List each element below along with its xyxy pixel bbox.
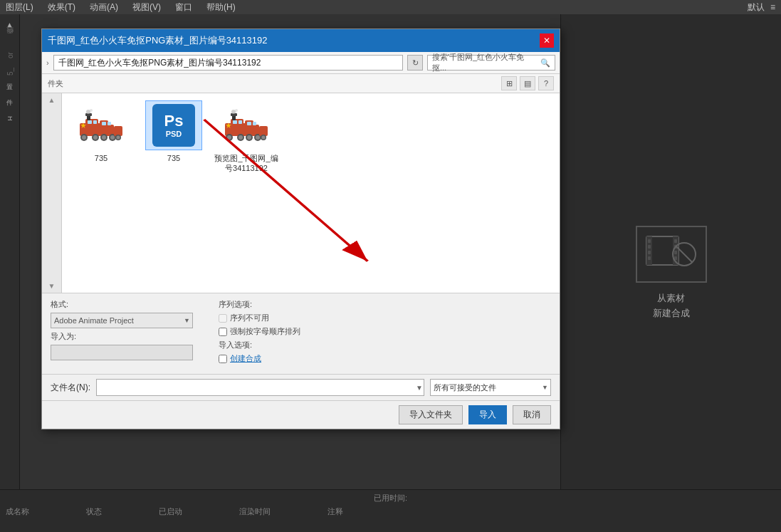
svg-rect-39: [233, 120, 237, 124]
import-as-input[interactable]: [51, 345, 193, 360]
file-label-3: 预览图_千图网_编号34113192: [214, 153, 278, 174]
left-panel-arrow-up[interactable]: ▲: [2, 17, 18, 31]
addressbar-arrow: ›: [46, 58, 49, 67]
addressbar-path-text: 千图网_红色小火车免抠PNG素材_图片编号34113192: [58, 57, 261, 69]
svg-rect-40: [239, 120, 242, 124]
dialog-filename-row: 文件名(N): ▼ 所有可接受的文件: [42, 374, 560, 400]
import-options-label: 导入选项:: [219, 340, 300, 350]
menu-view[interactable]: 视图(V): [130, 1, 164, 14]
svg-rect-57: [674, 239, 677, 243]
file-item-1[interactable]: 735: [69, 100, 133, 174]
right-panel: 从素材 新建合成: [560, 14, 781, 532]
seq-opt1-label[interactable]: 序列不可用: [219, 313, 300, 323]
sidebar-chevron-up[interactable]: ▲: [48, 96, 56, 104]
menubar: 图层(L) 效果(T) 动画(A) 视图(V) 窗口 帮助(H) 默认 ≡: [0, 0, 781, 14]
format-label: 格式:: [51, 299, 193, 310]
cancel-button[interactable]: 取消: [513, 405, 551, 424]
menu-help[interactable]: 帮助(H): [204, 1, 239, 14]
bottom-bar: 已用时间: 成名称 状态 已启动 渲染时间 注释: [0, 489, 781, 532]
svg-rect-17: [102, 122, 106, 125]
dialog-left-sidebar: ▲ ▼: [42, 93, 62, 293]
bottom-time: 已用时间:: [0, 490, 781, 505]
right-panel-description: 从素材 新建合成: [653, 291, 690, 321]
seq-opt1-text: 序列不可用: [230, 313, 269, 323]
col-render-time: 渲染时间: [239, 506, 271, 517]
toolbar-view-btn2[interactable]: ▤: [520, 76, 535, 90]
format-select[interactable]: Adobe Animate Project: [51, 313, 193, 328]
seq-opt1-checkbox[interactable]: [219, 314, 227, 323]
dialog-overlay: 千图网_红色小火车免抠PNG素材_图片编号34113192 ✕ › 千图网_红色…: [20, 14, 560, 489]
filename-input[interactable]: [96, 379, 424, 396]
auth-label: 默认: [748, 1, 765, 14]
form-row-1: 格式: Adobe Animate Project 导入为: 序列选项: [51, 299, 551, 364]
seq-opt2-checkbox[interactable]: [219, 328, 227, 336]
left-panel-label1: 组合: [2, 33, 18, 47]
file-label-1: 735: [95, 153, 108, 163]
toolbar-right: ⊞ ▤ ?: [501, 76, 554, 90]
left-panel-item3[interactable]: H: [2, 111, 18, 125]
svg-rect-59: [674, 251, 677, 254]
psd-label-text: PSD: [166, 130, 182, 138]
compose-visual: [643, 233, 700, 276]
toolbar-folder-label: 件夹: [48, 78, 63, 89]
sequence-options: 序列不可用 强制按字母顺序排列: [219, 313, 300, 337]
menu-effects[interactable]: 效果(T): [45, 1, 78, 14]
psd-ps-text: Ps: [164, 113, 184, 129]
menu-icon[interactable]: ≡: [770, 2, 775, 12]
svg-point-35: [256, 135, 260, 140]
menu-layers[interactable]: 图层(L): [3, 1, 36, 14]
toolbar-view-btn1[interactable]: ⊞: [501, 76, 517, 90]
file-list: 735 Ps PSD 735: [62, 93, 560, 293]
toolbar-help-btn[interactable]: ?: [538, 76, 554, 90]
create-synthesis-checkbox[interactable]: [219, 355, 227, 363]
right-panel-line1: 从素材: [653, 291, 690, 306]
form-col-left: 格式: Adobe Animate Project 导入为:: [51, 299, 193, 364]
svg-rect-41: [247, 122, 251, 125]
filename-dropdown-arrow[interactable]: ▼: [416, 384, 423, 392]
addressbar-path[interactable]: 千图网_红色小火车免抠PNG素材_图片编号34113192: [53, 55, 403, 71]
import-button[interactable]: 导入: [468, 405, 507, 424]
file-icon-wrap-1: [73, 100, 130, 150]
svg-point-5: [93, 135, 98, 140]
train-icon-1: [78, 108, 124, 143]
right-panel-line2: 新建合成: [653, 306, 690, 321]
dialog-search-box[interactable]: 搜索'千图网_红色小火车免抠... 🔍: [427, 55, 555, 71]
svg-rect-18: [108, 122, 111, 125]
svg-point-11: [110, 135, 115, 140]
addressbar-refresh-btn[interactable]: ↻: [407, 55, 423, 71]
left-panel-item1[interactable]: 置: [2, 80, 18, 94]
file-label-2: 735: [167, 153, 180, 163]
col-name: 成名称: [6, 506, 29, 517]
create-synthesis-label[interactable]: 创建合成: [219, 353, 300, 364]
dialog-form: 格式: Adobe Animate Project 导入为: 序列选项: [42, 293, 560, 374]
menu-window[interactable]: 窗口: [172, 1, 195, 14]
filename-input-wrap: ▼: [96, 379, 424, 396]
svg-rect-12: [114, 126, 122, 136]
dialog-close-button[interactable]: ✕: [540, 33, 554, 48]
file-icon-wrap-3: [218, 100, 275, 150]
svg-point-9: [102, 135, 106, 140]
menu-animate[interactable]: 动画(A): [87, 1, 121, 14]
svg-point-38: [262, 136, 266, 140]
top-right-area: 默认 ≡: [748, 0, 781, 14]
red-arrow-annotation: [62, 93, 560, 293]
search-icon: 🔍: [540, 58, 550, 68]
seq-opt2-label[interactable]: 强制按字母顺序排列: [219, 326, 300, 337]
filetype-select-wrap[interactable]: 所有可接受的文件: [430, 379, 551, 396]
search-text: 搜索'千图网_红色小火车免抠...: [432, 52, 538, 73]
bottom-table-header: 成名称 状态 已启动 渲染时间 注释: [0, 505, 781, 518]
svg-point-14: [117, 136, 120, 140]
sidebar-chevron-down[interactable]: ▼: [48, 282, 56, 290]
refresh-icon: ↻: [412, 58, 419, 68]
svg-rect-55: [648, 251, 651, 254]
format-select-wrap[interactable]: Adobe Animate Project: [51, 313, 193, 328]
left-panel-label3: 5_: [2, 64, 18, 78]
file-item-2[interactable]: Ps PSD 735: [142, 100, 206, 174]
file-item-3[interactable]: 预览图_千图网_编号34113192: [214, 100, 278, 174]
filetype-select[interactable]: 所有可接受的文件: [430, 379, 551, 396]
import-folder-button[interactable]: 导入文件夹: [399, 405, 463, 424]
col-comment: 注释: [327, 506, 343, 517]
create-synthesis-text[interactable]: 创建合成: [230, 353, 261, 364]
left-panel-item2[interactable]: 件: [2, 95, 18, 110]
dialog-titlebar: 千图网_红色小火车免抠PNG素材_图片编号34113192 ✕: [42, 29, 560, 52]
